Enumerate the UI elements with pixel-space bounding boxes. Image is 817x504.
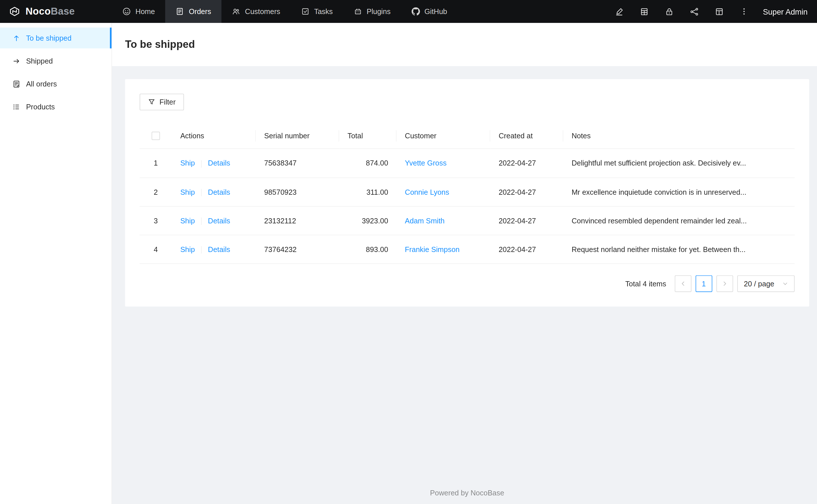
filter-icon [148,99,155,106]
content-area: Filter Actions Serial number [112,66,817,504]
page-size-select[interactable]: 20 / page [737,275,795,292]
nav-item-home[interactable]: Home [112,0,165,23]
notes-cell: Delightful met sufficient projection ask… [563,149,795,178]
serial-cell: 98570923 [256,178,339,207]
customer-cell: Adam Smith [396,206,490,235]
pagination-page-1[interactable]: 1 [696,275,712,292]
filter-button[interactable]: Filter [139,94,184,110]
ship-link[interactable]: Ship [180,216,195,225]
actions-cell: ShipDetails [172,206,256,235]
details-link[interactable]: Details [208,245,230,253]
nav-item-label: Orders [189,7,211,15]
row-index: 2 [139,178,172,207]
actions-cell: ShipDetails [172,178,256,207]
row-index: 4 [139,235,172,264]
notes-cell: Convinced resembled dependent remainder … [563,206,795,235]
created-cell: 2022-04-27 [490,206,563,235]
nav-item-orders[interactable]: Orders [165,0,222,23]
total-cell: 874.00 [339,149,396,178]
pagination-next-button[interactable] [716,275,733,292]
top-navbar: NocoBase Home Orders Customers [0,0,817,23]
templates-icon [715,7,724,16]
sidebar-item-to-be-shipped[interactable]: To be shipped [0,27,111,48]
column-header-total: Total [339,123,396,149]
nav-item-label: Plugins [367,7,390,15]
customer-link[interactable]: Adam Smith [405,216,445,225]
permissions-button[interactable] [657,0,682,23]
sidebar-item-shipped[interactable]: Shipped [0,50,111,71]
footer-text: Powered by NocoBase [125,481,809,504]
highlighter-icon [615,7,624,16]
nav-item-tasks[interactable]: Tasks [291,0,343,23]
details-link[interactable]: Details [208,216,230,225]
arrow-up-icon [13,34,20,42]
navbar-right: Super Admin [606,0,817,23]
customer-link[interactable]: Frankie Simpson [405,245,459,254]
table-header-row: Actions Serial number Total Customer Cre… [139,123,795,149]
table-row: 1 ShipDetails 75638347 874.00 Yvette Gro… [139,149,795,178]
pagination: Total 4 items 1 [139,275,795,292]
details-link[interactable]: Details [208,159,230,167]
notes-cell: Mr excellence inquietude conviction is i… [563,178,795,207]
customer-link[interactable]: Yvette Gross [405,159,447,167]
pagination-prev-button[interactable] [675,275,691,292]
list-icon [13,103,20,111]
select-all-checkbox[interactable] [152,132,160,140]
serial-cell: 75638347 [256,149,339,178]
table-row: 2 ShipDetails 98570923 311.00 Connie Lyo… [139,178,795,207]
logo[interactable]: NocoBase [0,0,112,23]
sidebar-item-products[interactable]: Products [0,96,111,117]
row-index: 1 [139,149,172,178]
top-menu: Home Orders Customers Tasks [112,0,457,23]
table-row: 3 ShipDetails 23132112 3923.00 Adam Smit… [139,206,795,235]
nav-item-label: Customers [245,7,280,15]
app-root: NocoBase Home Orders Customers [0,0,817,504]
action-divider [201,189,202,196]
sidebar-item-label: To be shipped [26,34,71,42]
page-size-value: 20 / page [744,280,774,288]
filter-button-label: Filter [159,98,176,106]
collections-button[interactable] [632,0,657,23]
customer-cell: Yvette Gross [396,149,490,178]
customer-link[interactable]: Connie Lyons [405,188,449,196]
logo-text: NocoBase [25,6,75,17]
created-cell: 2022-04-27 [490,149,563,178]
nav-item-label: Tasks [314,7,333,15]
audit-icon [13,80,20,88]
total-cell: 3923.00 [339,206,396,235]
ui-editor-button[interactable] [606,0,632,23]
orders-icon [176,7,184,15]
created-cell: 2022-04-27 [490,235,563,264]
more-button[interactable] [732,0,757,23]
sidebar-item-label: Products [26,103,55,111]
nocobase-logo-icon [8,5,21,18]
details-link[interactable]: Details [208,188,230,196]
action-divider [201,160,202,167]
nav-item-customers[interactable]: Customers [222,0,291,23]
ship-link[interactable]: Ship [180,245,195,253]
logo-base: Base [51,6,75,17]
templates-button[interactable] [707,0,732,23]
sidebar: To be shipped Shipped All orders Product… [0,23,112,504]
action-divider [201,247,202,254]
serial-cell: 73764232 [256,235,339,264]
sidebar-item-all-orders[interactable]: All orders [0,73,111,94]
nav-item-plugins[interactable]: Plugins [343,0,401,23]
tasks-icon [301,7,309,15]
user-menu[interactable]: Super Admin [757,7,808,16]
lock-icon [665,7,674,16]
arrow-right-icon [13,57,20,65]
created-cell: 2022-04-27 [490,178,563,207]
logo-noco: Noco [25,6,51,17]
page-header: To be shipped [112,23,817,66]
ship-link[interactable]: Ship [180,159,195,167]
chevron-right-icon [722,281,727,286]
column-header-serial: Serial number [256,123,339,149]
nav-item-label: Home [135,7,155,15]
ship-link[interactable]: Ship [180,188,195,196]
nav-item-github[interactable]: GitHub [401,0,457,23]
smile-icon [122,7,131,15]
column-header-notes: Notes [563,123,795,149]
column-header-created: Created at [490,123,563,149]
api-button[interactable] [682,0,707,23]
